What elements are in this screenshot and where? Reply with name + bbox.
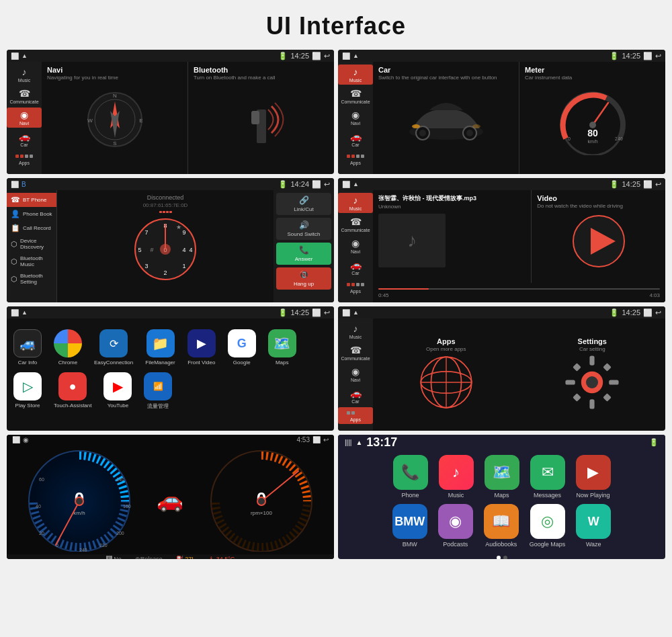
sound-icon: 🔊 <box>299 220 309 230</box>
home-icon: ⬜ <box>11 52 19 60</box>
svg-text:0: 0 <box>568 136 571 141</box>
sidebar-navi-p2[interactable]: ◉ Navi <box>338 108 373 128</box>
cp-app-waze[interactable]: W Waze <box>576 504 611 548</box>
soundswitch-btn[interactable]: 🔊 Sound Switch <box>276 218 331 240</box>
sidebar-comm-p4[interactable]: ☎ Communicate <box>338 214 373 235</box>
cp-app-nowplaying[interactable]: ▶ Now Playing <box>576 455 611 499</box>
btsetting-item[interactable]: ⬡ Bluetooth Setting <box>7 270 56 288</box>
svg-text:140: 140 <box>116 477 124 482</box>
btphone-icon: ☎ <box>11 196 20 204</box>
app-google[interactable]: G Google <box>228 329 256 366</box>
sidebar-music-p6[interactable]: ♪ Music <box>338 321 373 341</box>
carplay-row-1: 📞 Phone ♪ Music 🗺️ Maps ✉ Messages ▶ <box>351 455 652 499</box>
home-icon-p5: ⬜ <box>11 309 19 316</box>
d1-p6 <box>347 411 350 415</box>
sidebar-music-p2[interactable]: ♪ Music <box>338 65 373 85</box>
sidebar-car[interactable]: 🚗 Car <box>7 129 42 149</box>
sidebar-comm-p2[interactable]: ☎ Communicate <box>338 86 373 106</box>
ui-grid: ⬜ ▲ 🔋 14:25 ⬜ ↩ ♪ Music ☎ Communicate <box>7 50 665 566</box>
svg-text:4: 4 <box>182 247 185 253</box>
screen-icon-p5: ⬜ <box>312 308 321 317</box>
time-p6: 14:25 <box>622 308 640 316</box>
device-item[interactable]: ⬡ Device Discovery <box>7 235 56 253</box>
cp-app-maps[interactable]: 🗺️ Maps <box>485 455 519 499</box>
callrecord-item[interactable]: 📋 Call Record <box>7 221 56 235</box>
sidebar-car-p4[interactable]: 🚗 Car <box>338 257 373 278</box>
waze-cp-icon: W <box>576 504 611 539</box>
sidebar-apps[interactable]: Apps <box>7 151 42 167</box>
panel-apps-launcher: ⬜ ▲ 🔋 14:25 ⬜ ↩ 🚙 Car Info Ch <box>7 306 334 431</box>
navi-icon-p6: ◉ <box>351 366 360 377</box>
svg-text:7: 7 <box>144 229 148 236</box>
sidebar-navi[interactable]: ◉ Navi <box>7 108 42 128</box>
sidebar-car-p2[interactable]: 🚗 Car <box>338 129 373 149</box>
app-flow-manager[interactable]: 📶 流量管理 <box>144 372 172 410</box>
messages-cp-icon: ✉ <box>530 455 565 490</box>
app-playstore[interactable]: ▷ Play Store <box>13 372 42 409</box>
time-p5: 14:25 <box>290 308 309 316</box>
app-chrome[interactable]: Chrome <box>54 329 82 366</box>
comm-icon-p4: ☎ <box>350 216 362 227</box>
cp-app-podcasts[interactable]: ◉ Podcasts <box>438 504 473 548</box>
bt-phone-item[interactable]: ☎ BT Phone <box>7 193 56 207</box>
navi-subtitle: Navigating for you in real time <box>47 75 182 81</box>
battery-icon: 🔋 <box>278 52 288 60</box>
play-button-wrap[interactable] <box>537 214 660 268</box>
cp-app-bmw[interactable]: BMW BMW <box>392 504 427 548</box>
svg-text:240: 240 <box>79 548 87 552</box>
dot4-p2 <box>361 155 364 158</box>
wifi-cp: ▲ <box>355 439 362 446</box>
app-youtube[interactable]: ▶ YouTube <box>103 372 132 409</box>
cp-app-music[interactable]: ♪ Music <box>439 455 474 499</box>
screen-icon-p3: ⬜ <box>312 180 321 189</box>
panel-apps-settings: ⬜ ▲ 🔋 14:25 ⬜ ↩ ♪ Music ☎ Communicate <box>338 306 665 431</box>
settings-subtitle: Car setting <box>579 346 605 352</box>
app-easyconnection[interactable]: ⟳ EasyConnection <box>94 329 133 366</box>
app-maps[interactable]: 🗺️ Maps <box>268 329 296 366</box>
btmusic-item[interactable]: ⬡ Bluetooth Music <box>7 253 56 270</box>
app-carinfo[interactable]: 🚙 Car Info <box>13 329 42 366</box>
sidebar-apps-p2[interactable]: Apps <box>338 151 373 167</box>
sidebar-apps-p6[interactable]: Apps <box>338 407 373 424</box>
svg-point-74 <box>257 497 265 505</box>
right-gauge-svg: 0 rpm×100 <box>208 448 315 552</box>
app-frontvideo[interactable]: ▶ Front Video <box>187 329 216 366</box>
back-icon-p2: ↩ <box>655 52 661 60</box>
temp-label: 🌡 34.5°C <box>208 556 235 559</box>
gear-svg <box>562 352 622 413</box>
home-icon-p7: ⬜ <box>12 436 20 443</box>
svg-text:#: # <box>150 247 153 253</box>
sidebar-music-p4[interactable]: ♪ Music <box>338 193 373 213</box>
sidebar-car-p6[interactable]: 🚗 Car <box>338 386 373 406</box>
answer-btn[interactable]: 📞 Answer <box>276 243 331 265</box>
music-icon-p6: ♪ <box>353 323 358 334</box>
music-note-icon: ♪ <box>407 230 417 251</box>
panel-bt-phone: ⬜ B 🔋 14:24 ⬜ ↩ ☎ BT Phone 👤 Phone Book <box>7 178 334 302</box>
sidebar-comm-p6[interactable]: ☎ Communicate <box>338 343 373 363</box>
app-touch-assistant[interactable]: ● Touch-Assistant <box>54 372 91 409</box>
status-bar-p3: ⬜ B 🔋 14:24 ⬜ ↩ <box>7 178 334 190</box>
sidebar-communicate[interactable]: ☎ Communicate <box>7 86 42 106</box>
hangup-btn[interactable]: 📵 Hang up <box>276 267 331 290</box>
home-icon-p3: ⬜ <box>11 181 19 188</box>
cp-app-gmaps[interactable]: ◎ Google Maps <box>530 504 566 548</box>
sidebar-navi-p4[interactable]: ◉ Navi <box>338 236 373 256</box>
cp-app-messages[interactable]: ✉ Messages <box>530 455 565 499</box>
car-icon-s: 🚗 <box>19 131 30 142</box>
svg-text:rpm×100: rpm×100 <box>251 510 272 516</box>
d4-p4 <box>361 283 364 286</box>
sidebar-apps-p4[interactable]: Apps <box>338 279 373 296</box>
carplay-status-right: 🔋 <box>649 438 659 447</box>
app-filemanager[interactable]: 📁 FileManager <box>145 329 175 366</box>
linkcut-btn[interactable]: 🔗 Link/Cut <box>276 193 331 215</box>
sidebar-navi-p6[interactable]: ◉ Navi <box>338 364 373 384</box>
cp-app-audiobooks[interactable]: 📖 Audiobooks <box>484 504 519 548</box>
sidebar-p1: ♪ Music ☎ Communicate ◉ Navi 🚗 Car <box>7 62 42 174</box>
phonebook-item[interactable]: 👤 Phone Book <box>7 207 56 221</box>
panel-navi-bluetooth: ⬜ ▲ 🔋 14:25 ⬜ ↩ ♪ Music ☎ Communicate <box>7 50 334 174</box>
cp-app-phone[interactable]: 📞 Phone <box>393 455 428 499</box>
sidebar-music[interactable]: ♪ Music <box>7 65 42 85</box>
brake-no-label: 🅿 No <box>106 556 122 559</box>
d4-p6 <box>361 411 364 415</box>
maps-icon: 🗺️ <box>268 329 296 357</box>
